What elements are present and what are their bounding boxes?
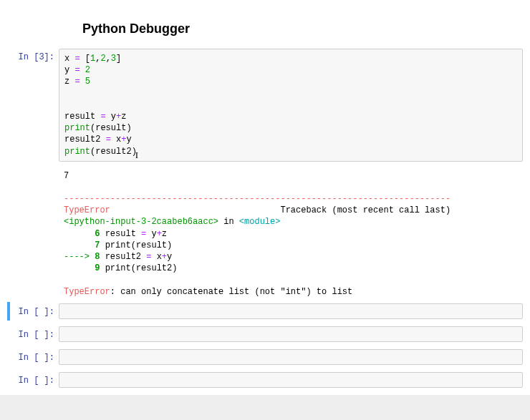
cell-output: 7 --------------------------------------… [59,167,523,302]
error-type-bottom: TypeError [64,287,110,297]
traceback-module: <module> [239,217,281,227]
input-prompt-empty: In [ ]: [7,326,59,341]
text-cursor-icon [137,148,138,157]
error-type: TypeError [64,205,110,215]
input-prompt-empty: In [ ]: [10,303,59,318]
code-input-empty[interactable] [59,349,523,365]
footer-background [0,395,530,420]
output-stdout: 7 [64,171,69,181]
notebook-container: Python Debugger In [3]: x = [1,2,3] y = … [0,0,530,389]
input-prompt: In [3]: [7,49,59,64]
page-title: Python Debugger [82,21,523,36]
error-separator: ----------------------------------------… [64,194,450,204]
input-prompt-empty: In [ ]: [7,349,59,364]
input-prompt-empty: In [ ]: [7,372,59,387]
code-input-empty[interactable] [59,326,523,342]
code-input-empty[interactable] [59,303,523,319]
code-input-empty[interactable] [59,372,523,388]
error-message: : can only concatenate list (not "int") … [110,287,352,297]
code-cell-empty[interactable]: In [ ]: [7,325,523,343]
code-input[interactable]: x = [1,2,3] y = 2 z = 5 result = y+z pri… [59,49,523,162]
traceback-file: <ipython-input-3-2caabeb6aacc> [64,217,218,227]
code-cell-empty[interactable]: In [ ]: [7,348,523,366]
error-arrow-icon: ----> [64,252,95,262]
code-cell-executed[interactable]: In [3]: x = [1,2,3] y = 2 z = 5 result =… [7,47,523,163]
code-cell-empty[interactable]: In [ ]: [7,371,523,389]
code-cell-empty-selected[interactable]: In [ ]: [7,302,523,321]
traceback-label: Traceback (most recent call last) [280,205,450,215]
